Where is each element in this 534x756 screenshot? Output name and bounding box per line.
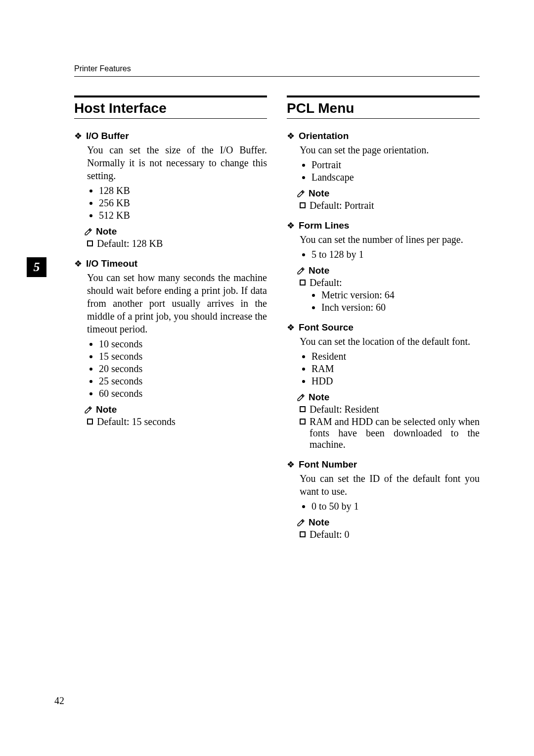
pencil-icon (297, 266, 306, 275)
note-label: Note (96, 226, 117, 237)
note-items: Default: Portrait (300, 200, 480, 211)
diamond-icon: ❖ (287, 132, 295, 141)
pencil-icon (297, 393, 306, 402)
note-item: Default: 0 (300, 529, 480, 540)
pencil-icon (297, 189, 306, 198)
list-item: 0 to 50 by 1 (312, 501, 480, 512)
setting-title: I/O Buffer (86, 131, 129, 142)
list-item: 256 KB (99, 197, 267, 209)
list-item: Portrait (312, 159, 480, 171)
list-item: Resident (312, 351, 480, 362)
note-item: Default: 128 KB (87, 238, 267, 249)
diamond-icon: ❖ (287, 221, 295, 230)
setting-desc: You can set the page orientation. (300, 143, 480, 156)
setting-font-source: ❖ Font Source You can set the location o… (287, 322, 480, 450)
setting-form-lines: ❖ Form Lines You can set the number of l… (287, 220, 480, 313)
option-list: 10 seconds 15 seconds 20 seconds 25 seco… (99, 338, 267, 399)
box-icon (300, 406, 306, 412)
setting-title: Font Source (299, 322, 354, 333)
pencil-icon (84, 405, 93, 414)
right-column: PCL Menu ❖ Orientation You can set the p… (287, 95, 480, 549)
page-number: 42 (54, 695, 64, 707)
box-icon (300, 419, 306, 425)
pencil-icon (297, 518, 306, 527)
setting-orientation: ❖ Orientation You can set the page orien… (287, 131, 480, 211)
setting-desc: You can set the location of the default … (300, 335, 480, 348)
list-item: 10 seconds (99, 338, 267, 350)
note-items: Default: 0 (300, 529, 480, 540)
setting-title: I/O Timeout (86, 258, 137, 269)
section-title-host-interface: Host Interface (74, 95, 267, 119)
note-items: Default: Metric version: 64 Inch version… (300, 277, 480, 313)
note-items: Default: Resident RAM and HDD can be sel… (300, 404, 480, 450)
note-label: Note (309, 392, 329, 403)
note-item: Default: Metric version: 64 Inch version… (300, 277, 480, 313)
left-column: Host Interface ❖ I/O Buffer You can set … (74, 95, 267, 549)
note-heading: Note (297, 188, 480, 199)
setting-desc: You can set how many seconds the machine… (87, 271, 267, 335)
note-label: Note (309, 188, 329, 199)
list-item: 512 KB (99, 210, 267, 221)
setting-title: Font Number (299, 459, 357, 470)
note-label: Note (96, 404, 117, 415)
list-item: 25 seconds (99, 376, 267, 387)
note-heading: Note (297, 265, 480, 276)
option-list: 128 KB 256 KB 512 KB (99, 185, 267, 221)
box-icon (300, 531, 306, 537)
note-heading: Note (297, 517, 480, 528)
chapter-tab: 5 (27, 257, 46, 277)
diamond-icon: ❖ (74, 259, 82, 268)
note-item: RAM and HDD can be selected only when fo… (300, 416, 480, 450)
list-item: Inch version: 60 (321, 302, 480, 313)
list-item: 5 to 128 by 1 (312, 249, 480, 260)
note-item: Default: 15 seconds (87, 416, 267, 427)
note-heading: Note (84, 226, 267, 237)
box-icon (300, 280, 306, 285)
note-items: Default: 15 seconds (87, 416, 267, 427)
sub-option-list: Metric version: 64 Inch version: 60 (321, 289, 480, 313)
box-icon (87, 240, 93, 246)
list-item: Metric version: 64 (321, 289, 480, 301)
note-heading: Note (84, 404, 267, 415)
list-item: RAM (312, 363, 480, 375)
setting-io-timeout: ❖ I/O Timeout You can set how many secon… (74, 258, 267, 427)
diamond-icon: ❖ (74, 132, 82, 141)
option-list: Resident RAM HDD (312, 351, 480, 387)
setting-title: Orientation (299, 131, 349, 142)
section-title-pcl-menu: PCL Menu (287, 95, 480, 119)
diamond-icon: ❖ (287, 460, 295, 469)
running-head: Printer Features (74, 64, 480, 77)
list-item: 128 KB (99, 185, 267, 196)
diamond-icon: ❖ (287, 323, 295, 332)
note-item: Default: Resident (300, 404, 480, 415)
note-items: Default: 128 KB (87, 238, 267, 249)
option-list: 5 to 128 by 1 (312, 249, 480, 260)
note-heading: Note (297, 392, 480, 403)
note-label: Note (309, 517, 329, 528)
content-columns: Host Interface ❖ I/O Buffer You can set … (74, 95, 480, 549)
note-item: Default: Portrait (300, 200, 480, 211)
setting-font-number: ❖ Font Number You can set the ID of the … (287, 459, 480, 540)
setting-desc: You can set the size of the I/O Buffer. … (87, 143, 267, 182)
list-item: Landscape (312, 172, 480, 183)
setting-io-buffer: ❖ I/O Buffer You can set the size of the… (74, 131, 267, 249)
list-item: 15 seconds (99, 351, 267, 362)
option-list: Portrait Landscape (312, 159, 480, 183)
page: Printer Features 5 Host Interface ❖ I/O … (0, 0, 534, 756)
list-item: HDD (312, 376, 480, 387)
pencil-icon (84, 227, 93, 236)
setting-title: Form Lines (299, 220, 349, 231)
note-label: Note (309, 265, 329, 276)
setting-desc: You can set the number of lines per page… (300, 233, 480, 246)
option-list: 0 to 50 by 1 (312, 501, 480, 512)
list-item: 60 seconds (99, 388, 267, 399)
box-icon (300, 202, 306, 208)
setting-desc: You can set the ID of the default font y… (300, 472, 480, 498)
list-item: 20 seconds (99, 363, 267, 375)
box-icon (87, 419, 93, 425)
